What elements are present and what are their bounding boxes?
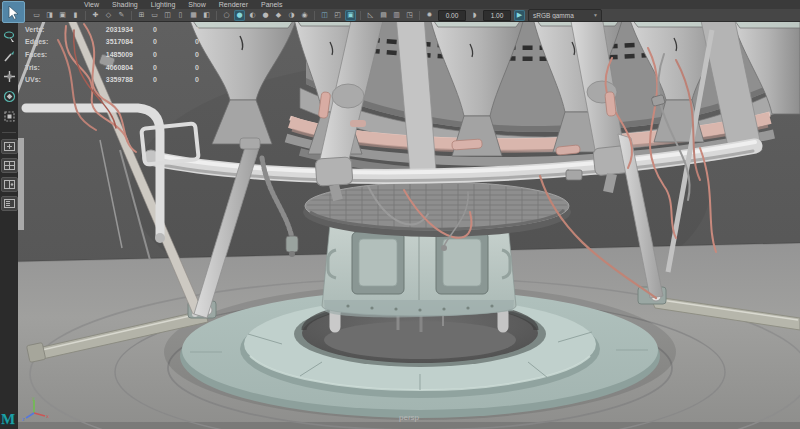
menu-shading[interactable]: Shading bbox=[112, 0, 138, 9]
hud-row-uvs: UVs:3359788 00 bbox=[25, 73, 217, 86]
view-transform-icon[interactable]: ▶ bbox=[514, 10, 525, 21]
hud-row-edges: Edges:3517084 00 bbox=[25, 36, 217, 49]
camera-name-label: persp bbox=[18, 413, 800, 422]
paste-icon[interactable]: ▥ bbox=[391, 10, 402, 21]
menu-renderer[interactable]: Renderer bbox=[219, 0, 248, 9]
grid-icon[interactable]: ⊞ bbox=[136, 10, 147, 21]
wireframe-icon[interactable]: ○ bbox=[221, 10, 232, 21]
pencil-icon[interactable]: ✎ bbox=[116, 10, 127, 21]
outliner-pane-layout-button[interactable] bbox=[1, 196, 18, 211]
textured-icon[interactable]: ◐ bbox=[247, 10, 258, 21]
film-gate-icon[interactable]: ▭ bbox=[149, 10, 160, 21]
svg-text:x: x bbox=[46, 413, 49, 419]
ao-icon[interactable]: ◉ bbox=[299, 10, 310, 21]
resolution-gate-icon[interactable]: ◫ bbox=[162, 10, 173, 21]
menu-view[interactable]: View bbox=[84, 0, 99, 9]
svg-text:z: z bbox=[22, 416, 25, 421]
xray-icon[interactable]: ◫ bbox=[319, 10, 330, 21]
safe-title-icon[interactable]: ◧ bbox=[201, 10, 212, 21]
gamma-field[interactable]: 1.00 bbox=[483, 10, 511, 21]
view-axis-gizmo: y x z bbox=[22, 395, 52, 421]
camera-attributes-icon[interactable]: ▣ bbox=[57, 10, 68, 21]
shaded-icon[interactable]: ● bbox=[234, 10, 245, 21]
hud-row-tris: Tris:4060804 00 bbox=[25, 61, 217, 74]
hud-row-verts: Verts:2031934 00 bbox=[25, 23, 217, 36]
select-camera-icon[interactable]: ▭ bbox=[31, 10, 42, 21]
lock-camera-icon[interactable]: ◨ bbox=[44, 10, 55, 21]
copy-icon[interactable]: ▤ bbox=[378, 10, 389, 21]
plugin-shading-icon[interactable]: ▣ bbox=[345, 10, 356, 21]
figure-icon[interactable]: ✚ bbox=[90, 10, 101, 21]
panel-menubar: View Shading Lighting Show Renderer Pane… bbox=[0, 0, 800, 9]
shadows-icon[interactable]: ◑ bbox=[286, 10, 297, 21]
panel-toolbar: ▭ ◨ ▣ ▮ ✚ ◇ ✎ ⊞ ▭ ◫ ▯ ▦ ◧ ○ ● ◐ ● ◆ ◑ ◉ … bbox=[0, 9, 800, 22]
gate-mask-icon[interactable]: ▯ bbox=[175, 10, 186, 21]
isolate-select-icon[interactable]: ◰ bbox=[332, 10, 343, 21]
exposure-icon[interactable]: ✹ bbox=[424, 10, 435, 21]
gamma-icon[interactable]: ◗ bbox=[469, 10, 480, 21]
rotate-tool[interactable] bbox=[1, 88, 17, 104]
bookmark-icon[interactable]: ▮ bbox=[70, 10, 81, 21]
use-default-material-icon[interactable]: ● bbox=[260, 10, 271, 21]
menu-lighting[interactable]: Lighting bbox=[151, 0, 176, 9]
exposure-field[interactable]: 0.00 bbox=[438, 10, 466, 21]
chevron-down-icon: ▼ bbox=[593, 12, 601, 18]
move-tool[interactable] bbox=[1, 68, 17, 84]
menu-panels[interactable]: Panels bbox=[261, 0, 282, 9]
field-chart-icon[interactable]: ▦ bbox=[188, 10, 199, 21]
select-tool-active[interactable] bbox=[2, 1, 25, 23]
menu-show[interactable]: Show bbox=[188, 0, 206, 9]
lasso-tool[interactable] bbox=[1, 28, 17, 44]
cursor-icon[interactable]: ◇ bbox=[103, 10, 114, 21]
tool-box-column bbox=[0, 22, 18, 429]
poly-count-hud: Verts:2031934 00 Edges:3517084 00 Faces:… bbox=[25, 23, 217, 86]
four-pane-layout-button[interactable] bbox=[1, 158, 18, 173]
hud-row-faces: Faces:1485009 00 bbox=[25, 48, 217, 61]
view-transform-dropdown[interactable]: sRGB gamma ▼ bbox=[528, 9, 602, 22]
view-transform-label: sRGB gamma bbox=[529, 12, 593, 19]
toolbox-separator bbox=[2, 132, 16, 133]
single-pane-layout-button[interactable] bbox=[1, 139, 18, 154]
snapshot-icon[interactable]: ◺ bbox=[365, 10, 376, 21]
cursor-arrow-icon bbox=[7, 5, 20, 20]
export-icon[interactable]: ◳ bbox=[404, 10, 415, 21]
paint-select-tool[interactable] bbox=[1, 48, 17, 64]
scale-tool[interactable] bbox=[1, 108, 17, 124]
maya-logo: M bbox=[1, 412, 15, 427]
lights-icon[interactable]: ◆ bbox=[273, 10, 284, 21]
split-pane-layout-button[interactable] bbox=[1, 177, 18, 192]
